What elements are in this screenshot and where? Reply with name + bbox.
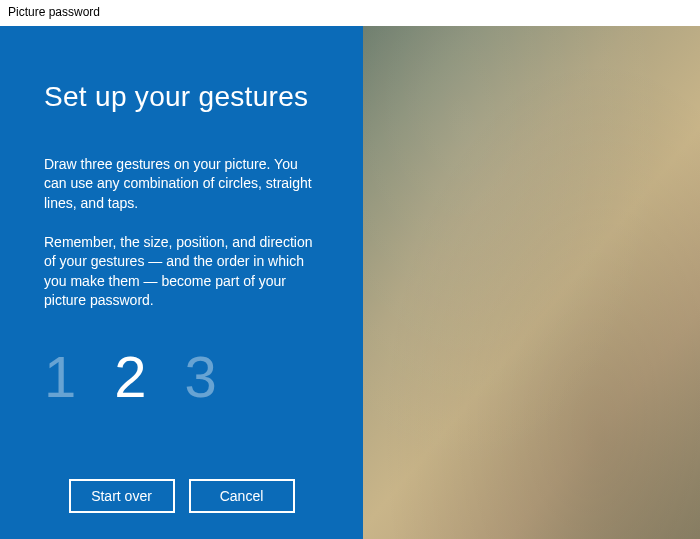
window-titlebar: Picture password [0, 0, 700, 26]
main-container: Set up your gestures Draw three gestures… [0, 26, 700, 539]
step-1: 1 [44, 348, 76, 406]
instruction-paragraph-1: Draw three gestures on your picture. You… [44, 155, 319, 213]
window-title: Picture password [8, 5, 100, 19]
step-indicator: 1 2 3 [44, 348, 319, 406]
step-3: 3 [185, 348, 217, 406]
instruction-panel: Set up your gestures Draw three gestures… [0, 26, 363, 539]
gesture-picture-area[interactable] [363, 26, 700, 539]
step-2: 2 [114, 348, 146, 406]
cancel-button[interactable]: Cancel [189, 479, 295, 513]
button-row: Start over Cancel [0, 479, 363, 513]
start-over-button[interactable]: Start over [69, 479, 175, 513]
instruction-paragraph-2: Remember, the size, position, and direct… [44, 233, 319, 310]
page-title: Set up your gestures [44, 81, 319, 113]
